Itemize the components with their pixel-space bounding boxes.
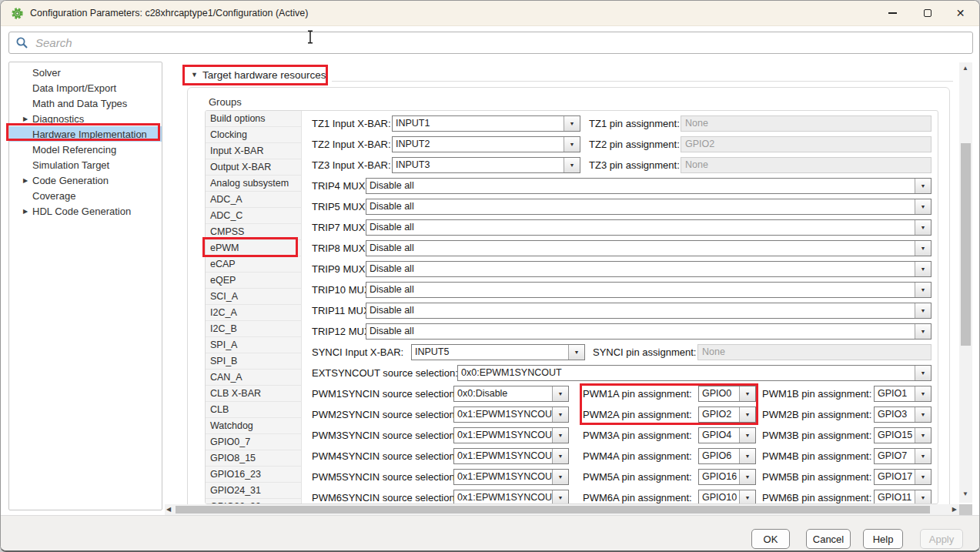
help-button[interactable]: Help: [863, 529, 903, 549]
combo-pwm3syncin-source-selection[interactable]: 0x1:EPWM1SYNCOUT▼: [453, 427, 569, 443]
combo-arrow-icon: ▼: [915, 428, 931, 443]
combo-arrow-icon: ▼: [552, 490, 568, 504]
tree-expand-icon[interactable]: ▶: [22, 208, 29, 215]
combo-pwm6b-pin-assignment[interactable]: GPIO11▼: [874, 490, 932, 504]
combo-pwm1a-pin-assignment[interactable]: GPIO0▼: [698, 386, 756, 402]
combo-arrow-icon: ▼: [564, 158, 580, 172]
horizontal-scrollbar[interactable]: ◀ ▶: [165, 504, 959, 515]
combo-arrow-icon: ▼: [739, 428, 755, 443]
sidebar-item-code-generation[interactable]: ▶Code Generation: [9, 172, 162, 188]
sidebar-item-label: Data Import/Export: [32, 82, 116, 94]
combo-value: 0x0:Disable: [454, 386, 552, 401]
combo-trip9-mux-select[interactable]: Disable all▼: [366, 261, 932, 277]
combo-pwm6syncin-source-selection[interactable]: 0x1:EPWM1SYNCOUT▼: [453, 490, 569, 504]
combo-pwm3b-pin-assignment[interactable]: GPIO15▼: [874, 427, 932, 443]
vertical-scrollbar-thumb[interactable]: [961, 143, 971, 346]
combo-pwm2b-pin-assignment[interactable]: GPIO3▼: [874, 406, 932, 423]
combo-arrow-icon: ▼: [915, 407, 931, 422]
combo-pwm1syncin-source-selection[interactable]: 0x0:Disable▼: [453, 386, 569, 402]
combo-synci-input-x-bar[interactable]: INPUT5▼: [411, 344, 585, 360]
combo-trip5-mux-select[interactable]: Disable all▼: [366, 199, 932, 215]
combo-trip8-mux-select[interactable]: Disable all▼: [366, 240, 932, 256]
sidebar-item-hardware-implementation[interactable]: Hardware Implementation: [9, 126, 162, 142]
combo-tz1-input-x-bar[interactable]: INPUT1▼: [392, 115, 580, 132]
readonly-field-synci-pin-assignment: None: [697, 344, 932, 360]
sidebar-item-data-import-export[interactable]: Data Import/Export: [9, 80, 162, 95]
combo-arrow-icon: ▼: [915, 490, 931, 504]
combo-tz3-input-x-bar[interactable]: INPUT3▼: [392, 157, 580, 173]
combo-arrow-icon: ▼: [564, 137, 580, 152]
combo-arrow-icon: ▼: [552, 449, 568, 463]
param-row-extsyncout-source-selection: EXTSYNCOUT source selection:0x0:EPWM1SYN…: [206, 363, 938, 383]
readonly-field-tz2-pin-assignment: GPIO2: [681, 136, 932, 152]
param-row-trip7-mux-select: TRIP7 MUX select:Disable all▼: [206, 218, 938, 237]
combo-pwm4b-pin-assignment[interactable]: GPIO7▼: [874, 448, 932, 464]
sidebar-item-model-referencing[interactable]: Model Referencing: [9, 142, 162, 157]
minimize-button[interactable]: [875, 1, 910, 25]
param-row-trip5-mux-select: TRIP5 MUX select:Disable all▼: [206, 197, 938, 216]
param-label-tz2-pin-assignment: TZ2 pin assignment:: [589, 135, 680, 154]
scroll-up-icon[interactable]: ▲: [962, 65, 968, 72]
combo-arrow-icon: ▼: [739, 407, 755, 422]
combo-pwm2a-pin-assignment[interactable]: GPIO2▼: [698, 406, 756, 423]
cancel-button[interactable]: Cancel: [806, 529, 851, 549]
sidebar-item-label: Coverage: [32, 190, 75, 202]
scroll-left-icon[interactable]: ◀: [166, 507, 171, 513]
combo-value: GPIO10: [699, 490, 739, 504]
sidebar-item-simulation-target[interactable]: Simulation Target: [9, 157, 162, 172]
combo-pwm5b-pin-assignment[interactable]: GPIO17▼: [874, 469, 932, 485]
ok-button[interactable]: OK: [751, 529, 790, 549]
combo-pwm4a-pin-assignment[interactable]: GPIO6▼: [698, 448, 756, 464]
combo-trip10-mux-select[interactable]: Disable all▼: [366, 282, 932, 298]
vertical-scrollbar[interactable]: ▲ ▼: [959, 62, 972, 503]
section-title[interactable]: Target hardware resources: [202, 69, 326, 81]
maximize-button[interactable]: [910, 1, 945, 25]
combo-pwm3a-pin-assignment[interactable]: GPIO4▼: [698, 427, 756, 443]
search-input[interactable]: [8, 32, 973, 54]
combo-pwm2syncin-source-selection[interactable]: 0x1:EPWM1SYNCOUT▼: [453, 406, 569, 423]
combo-value: 0x1:EPWM1SYNCOUT: [454, 449, 552, 463]
sidebar-item-label: Solver: [32, 67, 61, 79]
combo-pwm1b-pin-assignment[interactable]: GPIO1▼: [874, 386, 932, 402]
scroll-down-icon[interactable]: ▼: [962, 491, 968, 497]
param-label-pwm5b-pin-assignment: PWM5B pin assignment:: [762, 467, 871, 487]
section-collapse-icon[interactable]: ▼: [191, 71, 198, 79]
footer-bar: OK Cancel Help Apply: [1, 515, 979, 550]
combo-trip12-mux-select[interactable]: Disable all▼: [366, 323, 932, 340]
tree-expand-icon[interactable]: ▶: [22, 177, 29, 184]
sidebar-item-math-and-data-types[interactable]: Math and Data Types: [9, 95, 162, 111]
param-label-pwm1a-pin-assignment: PWM1A pin assignment:: [583, 384, 692, 403]
combo-pwm4syncin-source-selection[interactable]: 0x1:EPWM1SYNCOUT▼: [453, 448, 569, 464]
combo-extsyncout-source-selection[interactable]: 0x0:EPWM1SYNCOUT▼: [457, 365, 932, 381]
close-icon: ✕: [956, 8, 965, 18]
combo-pwm5a-pin-assignment[interactable]: GPIO16▼: [698, 469, 756, 485]
horizontal-scrollbar-thumb[interactable]: [176, 506, 930, 514]
sidebar-item-coverage[interactable]: Coverage: [9, 188, 162, 203]
tree-expand-icon[interactable]: ▶: [22, 115, 29, 122]
combo-value: 0x0:EPWM1SYNCOUT: [458, 366, 915, 380]
combo-value: GPIO16: [699, 470, 739, 484]
combo-trip4-mux-select[interactable]: Disable all▼: [366, 178, 932, 194]
combo-pwm5syncin-source-selection[interactable]: 0x1:EPWM1SYNCOUT▼: [453, 469, 569, 485]
sidebar-item-diagnostics[interactable]: ▶Diagnostics: [9, 111, 162, 126]
param-row-pwm3syncin-source-selection: PWM3SYNCIN source selection:0x1:EPWM1SYN…: [206, 426, 938, 445]
param-label-pwm1b-pin-assignment: PWM1B pin assignment:: [762, 384, 871, 403]
combo-arrow-icon: ▼: [552, 428, 568, 443]
combo-arrow-icon: ▼: [552, 407, 568, 422]
combo-value: GPIO2: [699, 407, 739, 422]
param-row-pwm1syncin-source-selection: PWM1SYNCIN source selection:0x0:Disable▼…: [206, 384, 938, 403]
param-label-pwm6b-pin-assignment: PWM6B pin assignment:: [762, 488, 871, 504]
close-button[interactable]: ✕: [943, 1, 978, 25]
sidebar-item-hdl-code-generation[interactable]: ▶HDL Code Generation: [9, 203, 162, 219]
combo-trip7-mux-select[interactable]: Disable all▼: [366, 219, 932, 236]
combo-trip11-mux-select[interactable]: Disable all▼: [366, 303, 932, 319]
params-area: Build optionsClockingInput X-BAROutput X…: [205, 110, 938, 504]
param-row-trip8-mux-select: TRIP8 MUX select:Disable all▼: [206, 239, 938, 258]
scroll-right-icon[interactable]: ▶: [952, 507, 957, 513]
sidebar-item-solver[interactable]: Solver: [9, 65, 162, 80]
combo-tz2-input-x-bar[interactable]: INPUT2▼: [392, 136, 580, 152]
combo-value: 0x1:EPWM1SYNCOUT: [454, 470, 552, 484]
combo-value: Disable all: [366, 179, 915, 193]
combo-pwm6a-pin-assignment[interactable]: GPIO10▼: [698, 490, 756, 504]
param-row-trip10-mux-select: TRIP10 MUX select:Disable all▼: [206, 280, 938, 299]
